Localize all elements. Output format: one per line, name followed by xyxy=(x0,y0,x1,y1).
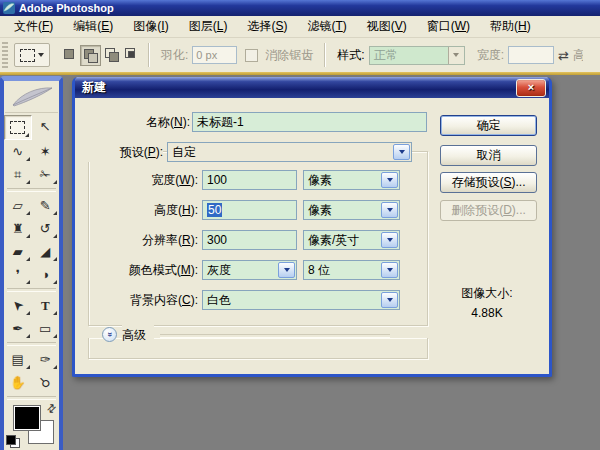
preset-dropdown[interactable]: 自定 xyxy=(167,142,412,162)
width-input[interactable]: 100 xyxy=(202,170,297,190)
eyedropper-tool-icon: ✑ xyxy=(40,353,51,366)
separator xyxy=(324,43,326,67)
dropdown-arrow-icon[interactable] xyxy=(278,262,295,278)
menu-window[interactable]: 窗口(W) xyxy=(417,16,480,37)
foreground-color-swatch[interactable] xyxy=(13,405,41,431)
notes-tool[interactable]: ▤ xyxy=(4,348,32,371)
tool-group-divider xyxy=(7,288,56,292)
menu-edit[interactable]: 编辑(E) xyxy=(63,16,123,37)
menu-file[interactable]: 文件(F) xyxy=(4,16,63,37)
menu-select[interactable]: 选择(S) xyxy=(237,16,297,37)
default-colors-icon[interactable] xyxy=(6,435,20,448)
healing-brush-tool[interactable]: ▱ xyxy=(4,194,32,217)
style-label: 样式: xyxy=(337,47,364,64)
width-label: 宽度(W): xyxy=(83,170,198,190)
chevrons-down-icon: » xyxy=(105,332,114,337)
menu-bar: 文件(F)编辑(E)图像(I)图层(L)选择(S)滤镜(T)视图(V)窗口(W)… xyxy=(0,16,600,38)
ok-button[interactable]: 确定 xyxy=(440,115,537,136)
subtract-from-selection-button[interactable] xyxy=(102,45,121,64)
crop-tool[interactable]: ⌗ xyxy=(4,163,32,186)
type-tool-icon: T xyxy=(41,299,50,312)
dropdown-arrow-icon[interactable] xyxy=(381,232,398,248)
clone-stamp-tool[interactable]: ♜ xyxy=(4,217,32,240)
color-swatches: ⇄ xyxy=(4,402,59,450)
height-input[interactable]: 50 xyxy=(202,200,297,220)
dropdown-arrow-icon[interactable] xyxy=(381,292,398,308)
delete-preset-button: 删除预设(D)... xyxy=(440,200,537,221)
dropdown-arrow-icon[interactable] xyxy=(381,202,398,218)
magic-wand-tool[interactable]: ✶ xyxy=(32,140,60,163)
menu-help[interactable]: 帮助(H) xyxy=(480,16,541,37)
style-dropdown[interactable]: 正常 xyxy=(369,46,465,65)
dialog-title-bar[interactable]: 新建 × xyxy=(75,77,549,98)
hand-tool-icon: ✋ xyxy=(10,376,26,389)
dialog-body: 名称(N): 未标题-1 预设(P): 自定 宽度(W): 100 像素 高度(… xyxy=(75,98,549,352)
dropdown-arrow-icon[interactable] xyxy=(381,172,398,188)
eraser-tool[interactable]: ▰ xyxy=(4,240,32,263)
save-preset-button[interactable]: 存储预设(S)... xyxy=(440,172,537,193)
brush-tool[interactable]: ✎ xyxy=(32,194,60,217)
dropdown-arrow-icon[interactable] xyxy=(393,144,410,160)
rectangular-marquee-tool[interactable] xyxy=(4,115,32,140)
tool-grid: ↖∿✶⌗✁▱✎♜↺▰◢❜◑➤T✒▭▤✑✋⚲ xyxy=(4,115,59,402)
rectangle-shape-tool[interactable]: ▭ xyxy=(32,317,60,340)
dialog-title: 新建 xyxy=(82,79,106,96)
selected-text: 50 xyxy=(207,203,222,217)
dropdown-arrow-icon[interactable] xyxy=(381,262,398,278)
dodge-tool-icon: ◑ xyxy=(41,268,49,281)
fixed-width-input[interactable] xyxy=(508,46,554,64)
menu-image[interactable]: 图像(I) xyxy=(123,16,178,37)
history-brush-tool-icon: ↺ xyxy=(40,222,51,235)
intersect-selection-button[interactable] xyxy=(122,45,141,64)
dropdown-arrow-icon[interactable] xyxy=(448,47,464,64)
crop-tool-icon: ⌗ xyxy=(14,168,21,181)
hand-tool[interactable]: ✋ xyxy=(4,371,32,394)
preset-label: 预设(P): xyxy=(83,142,163,162)
menu-layer[interactable]: 图层(L) xyxy=(179,16,238,37)
height-unit-dropdown[interactable]: 像素 xyxy=(303,200,400,220)
paint-bucket-tool[interactable]: ◢ xyxy=(32,240,60,263)
swap-colors-icon[interactable]: ⇄ xyxy=(44,401,60,417)
cancel-button[interactable]: 取消 xyxy=(440,145,537,166)
fixed-height-label: 高度: xyxy=(573,47,583,64)
name-input[interactable]: 未标题-1 xyxy=(192,112,427,132)
dodge-tool[interactable]: ◑ xyxy=(32,263,60,286)
advanced-expand-button[interactable]: » xyxy=(102,327,117,342)
magic-wand-tool-icon: ✶ xyxy=(40,145,51,158)
slice-tool-icon: ✁ xyxy=(40,168,51,181)
tool-preset-picker[interactable] xyxy=(14,43,50,67)
separator xyxy=(148,43,150,67)
slice-tool[interactable]: ✁ xyxy=(32,163,60,186)
style-value: 正常 xyxy=(374,47,398,64)
zoom-tool[interactable]: ⚲ xyxy=(32,371,60,394)
fixed-width-label: 宽度: xyxy=(477,47,504,64)
pen-tool[interactable]: ✒ xyxy=(4,317,32,340)
new-selection-button[interactable] xyxy=(60,45,79,64)
resolution-input[interactable]: 300 xyxy=(202,230,297,250)
menu-view[interactable]: 视图(V) xyxy=(357,16,417,37)
background-contents-dropdown[interactable]: 白色 xyxy=(202,290,400,310)
type-tool[interactable]: T xyxy=(32,294,60,317)
blur-tool[interactable]: ❜ xyxy=(4,263,32,286)
bit-depth-dropdown[interactable]: 8 位 xyxy=(303,260,400,280)
rectangle-shape-tool-icon: ▭ xyxy=(39,322,51,335)
menu-filter[interactable]: 滤镜(T) xyxy=(297,16,356,37)
move-tool[interactable]: ↖ xyxy=(32,115,60,138)
pen-tool-icon: ✒ xyxy=(12,322,23,335)
color-mode-dropdown[interactable]: 灰度 xyxy=(202,260,297,280)
image-size-label: 图像大小: xyxy=(427,286,547,300)
history-brush-tool[interactable]: ↺ xyxy=(32,217,60,240)
lasso-tool[interactable]: ∿ xyxy=(4,140,32,163)
add-to-selection-button[interactable] xyxy=(80,45,101,66)
eyedropper-tool[interactable]: ✑ xyxy=(32,348,60,371)
antialias-checkbox[interactable] xyxy=(245,49,258,62)
close-icon: × xyxy=(528,81,534,93)
swap-dimensions-icon[interactable]: ⇄ xyxy=(558,48,569,63)
options-bar-grip[interactable] xyxy=(2,42,8,68)
resolution-unit-dropdown[interactable]: 像素/英寸 xyxy=(303,230,400,250)
close-button[interactable]: × xyxy=(516,79,546,97)
width-unit-value: 像素 xyxy=(308,173,332,187)
width-unit-dropdown[interactable]: 像素 xyxy=(303,170,400,190)
feather-input[interactable]: 0 px xyxy=(192,46,237,64)
path-selection-tool[interactable]: ➤ xyxy=(4,294,32,317)
